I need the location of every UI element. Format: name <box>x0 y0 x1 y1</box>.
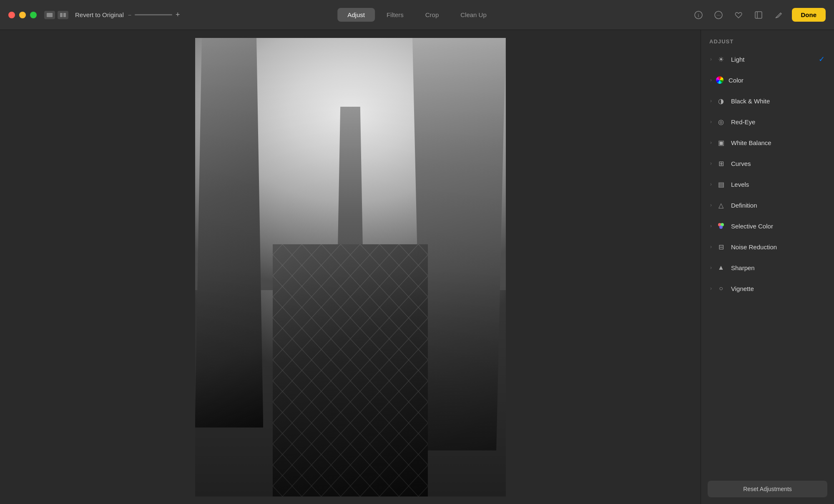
zoom-plus-button[interactable]: + <box>176 10 180 19</box>
canvas-area <box>0 30 701 504</box>
curves-label: Curves <box>731 160 825 167</box>
done-button[interactable]: Done <box>792 8 826 22</box>
vignette-icon <box>716 283 726 293</box>
revert-button[interactable]: Revert to Original <box>75 11 124 18</box>
reset-adjustments-button[interactable]: Reset Adjustments <box>708 481 827 497</box>
close-button[interactable] <box>8 12 15 18</box>
titlebar: Revert to Original − + Adjust Filters Cr… <box>0 0 834 30</box>
def-label: Definition <box>731 202 825 209</box>
panel-header: ADJUST <box>701 30 834 49</box>
window-controls <box>44 11 68 19</box>
minimize-button[interactable] <box>19 12 26 18</box>
adjust-item-sharpen[interactable]: › Sharpen <box>703 257 831 278</box>
svg-text:i: i <box>698 13 699 18</box>
zoom-slider[interactable] <box>135 14 172 15</box>
chevron-selective-icon: › <box>710 223 712 229</box>
tab-adjust[interactable]: Adjust <box>337 8 375 22</box>
tab-filters[interactable]: Filters <box>377 8 414 22</box>
adjust-item-selective[interactable]: › Selective Color <box>703 216 831 236</box>
edit-button[interactable] <box>772 8 785 22</box>
tab-crop[interactable]: Crop <box>415 8 449 22</box>
nav-tabs: Adjust Filters Crop Clean Up <box>337 8 497 22</box>
photo-container <box>195 38 506 496</box>
svg-rect-0 <box>47 13 53 17</box>
chevron-light-icon: › <box>710 56 712 62</box>
adjust-item-color[interactable]: › Color <box>703 70 831 90</box>
traffic-lights <box>8 12 37 18</box>
vignette-label: Vignette <box>731 285 825 292</box>
adjust-item-levels[interactable]: › Levels <box>703 174 831 195</box>
wb-label: White Balance <box>731 139 825 146</box>
zoom-minus-icon: − <box>128 12 131 18</box>
chevron-levels-icon: › <box>710 181 712 187</box>
levels-icon <box>716 179 726 189</box>
levels-label: Levels <box>731 181 825 188</box>
light-label: Light <box>731 56 819 63</box>
adjust-item-vignette[interactable]: › Vignette <box>703 278 831 299</box>
color-label: Color <box>728 77 825 84</box>
noise-icon <box>716 242 726 252</box>
chevron-sharpen-icon: › <box>710 265 712 271</box>
favorite-button[interactable] <box>732 8 745 22</box>
color-wheel-icon <box>716 76 723 84</box>
svg-rect-7 <box>755 12 762 18</box>
svg-rect-1 <box>60 13 63 17</box>
adjust-item-definition[interactable]: › Definition <box>703 195 831 216</box>
sharpen-label: Sharpen <box>731 264 825 271</box>
split-view-button[interactable] <box>58 11 68 19</box>
chevron-color-icon: › <box>710 77 712 83</box>
titlebar-right: i ··· Done <box>692 8 826 22</box>
tab-cleanup[interactable]: Clean Up <box>450 8 497 22</box>
sharpen-icon <box>716 263 726 273</box>
selective-icon <box>716 221 726 231</box>
wb-icon <box>716 138 726 148</box>
adjust-item-redeye[interactable]: › Red-Eye <box>703 111 831 132</box>
sun-icon <box>716 54 726 64</box>
adjust-item-curves[interactable]: › Curves <box>703 153 831 174</box>
noise-label: Noise Reduction <box>731 243 825 251</box>
single-view-button[interactable] <box>44 11 55 19</box>
adjust-item-noise[interactable]: › Noise Reduction <box>703 236 831 257</box>
adjust-item-light[interactable]: › Light ✓ <box>703 49 831 70</box>
adjust-item-bw[interactable]: › Black & White <box>703 90 831 111</box>
redeye-label: Red-Eye <box>731 118 825 125</box>
bw-label: Black & White <box>731 98 825 105</box>
export-button[interactable] <box>752 8 765 22</box>
zoom-slider-area: − + <box>128 10 180 19</box>
photo-image <box>195 38 506 496</box>
info-button[interactable]: i <box>692 8 705 22</box>
def-icon <box>716 200 726 210</box>
main-layout: ADJUST › Light ✓ › Color › Black & White <box>0 30 834 504</box>
chevron-noise-icon: › <box>710 244 712 250</box>
svg-line-9 <box>780 13 781 14</box>
chevron-def-icon: › <box>710 202 712 208</box>
redeye-icon <box>716 117 726 127</box>
svg-text:···: ··· <box>716 12 720 18</box>
curves-icon <box>716 158 726 168</box>
chevron-curves-icon: › <box>710 160 712 166</box>
svg-point-14 <box>719 226 723 229</box>
bw-icon <box>716 96 726 106</box>
light-check-icon: ✓ <box>819 55 825 64</box>
photo-overlay <box>195 38 506 496</box>
adjust-item-wb[interactable]: › White Balance <box>703 132 831 153</box>
chevron-redeye-icon: › <box>710 119 712 125</box>
share-button[interactable]: ··· <box>712 8 725 22</box>
chevron-bw-icon: › <box>710 98 712 104</box>
adjust-list: › Light ✓ › Color › Black & White › <box>701 49 834 476</box>
selective-label: Selective Color <box>731 223 825 230</box>
chevron-vignette-icon: › <box>710 286 712 291</box>
right-panel: ADJUST › Light ✓ › Color › Black & White <box>701 30 834 504</box>
svg-rect-2 <box>63 13 66 17</box>
chevron-wb-icon: › <box>710 140 712 145</box>
maximize-button[interactable] <box>30 12 37 18</box>
